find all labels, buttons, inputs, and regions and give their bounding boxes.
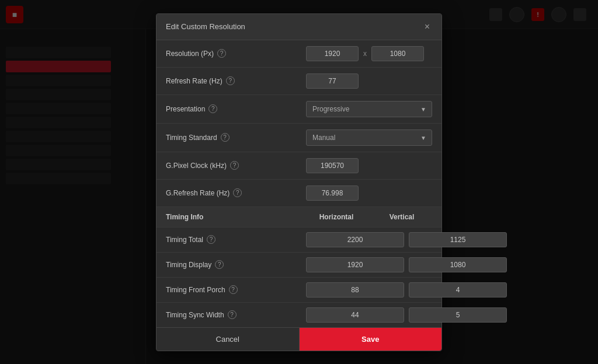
save-button[interactable]: Save — [300, 328, 442, 351]
timing-sync-width-help-icon[interactable]: ? — [228, 310, 237, 319]
pixel-clock-label: G.Pixel Clock (kHz) ? — [166, 161, 306, 170]
close-button[interactable]: × — [422, 21, 432, 33]
resolution-height-input[interactable] — [371, 46, 424, 61]
g-refresh-rate-help-icon[interactable]: ? — [233, 188, 242, 197]
timing-front-porch-inputs — [306, 282, 507, 298]
presentation-help-icon[interactable]: ? — [208, 104, 217, 113]
timing-front-porch-h-input[interactable] — [306, 282, 404, 298]
timing-standard-label: Timing Standard ? — [166, 133, 306, 142]
timing-sync-width-inputs — [306, 307, 507, 323]
resolution-help-icon[interactable]: ? — [217, 49, 226, 58]
timing-standard-select[interactable]: Manual CVT GTF — [306, 130, 432, 146]
timing-sync-width-h-input[interactable] — [306, 307, 404, 323]
refresh-rate-help-icon[interactable]: ? — [226, 76, 235, 85]
refresh-rate-label: Refresh Rate (Hz) ? — [166, 76, 306, 85]
presentation-row: Presentation ? Progressive Interlaced ▼ — [157, 95, 441, 124]
timing-front-porch-row: Timing Front Porch ? — [157, 278, 441, 303]
timing-sync-width-v-input[interactable] — [409, 307, 507, 323]
presentation-label: Presentation ? — [166, 104, 306, 113]
timing-info-label: Timing Info — [166, 213, 306, 221]
resolution-label: Resolution (Px) ? — [166, 49, 306, 58]
timing-horizontal-header: Horizontal — [306, 213, 367, 221]
modal-body: Resolution (Px) ? x Refresh Rate (Hz) ? … — [157, 40, 441, 327]
refresh-rate-input[interactable] — [306, 74, 359, 89]
modal-title: Edit Custom Resolution — [166, 22, 245, 31]
refresh-rate-content — [306, 74, 432, 89]
presentation-select[interactable]: Progressive Interlaced — [306, 101, 432, 117]
pixel-clock-help-icon[interactable]: ? — [230, 161, 239, 170]
timing-vertical-header: Vertical — [371, 213, 432, 221]
pixel-clock-content — [306, 158, 432, 173]
pixel-clock-input[interactable] — [306, 158, 359, 173]
resolution-row: Resolution (Px) ? x — [157, 40, 441, 68]
timing-display-v-input[interactable] — [409, 257, 507, 272]
timing-total-row: Timing Total ? — [157, 228, 441, 253]
timing-sync-width-label: Timing Sync Width ? — [166, 310, 306, 319]
timing-front-porch-help-icon[interactable]: ? — [229, 285, 238, 294]
timing-standard-help-icon[interactable]: ? — [221, 133, 230, 142]
timing-total-h-input[interactable] — [306, 232, 404, 247]
timing-display-help-icon[interactable]: ? — [215, 260, 224, 269]
timing-display-label: Timing Display ? — [166, 260, 306, 269]
refresh-rate-row: Refresh Rate (Hz) ? — [157, 68, 441, 95]
timing-total-help-icon[interactable]: ? — [207, 235, 215, 244]
resolution-content: x — [306, 46, 432, 61]
timing-sync-width-row: Timing Sync Width ? — [157, 303, 441, 327]
presentation-select-wrapper: Progressive Interlaced ▼ — [306, 101, 432, 117]
timing-info-header: Timing Info Horizontal Vertical — [157, 207, 441, 228]
timing-total-label: Timing Total ? — [166, 235, 306, 244]
timing-header-columns: Horizontal Vertical — [306, 213, 432, 221]
g-refresh-rate-content — [306, 186, 432, 201]
timing-total-inputs — [306, 232, 507, 247]
g-refresh-rate-input[interactable] — [306, 186, 359, 201]
cancel-button[interactable]: Cancel — [157, 328, 300, 351]
timing-front-porch-v-input[interactable] — [409, 282, 507, 298]
timing-display-row: Timing Display ? — [157, 253, 441, 278]
pixel-clock-row: G.Pixel Clock (kHz) ? — [157, 152, 441, 180]
presentation-content: Progressive Interlaced ▼ — [306, 101, 432, 117]
timing-standard-content: Manual CVT GTF ▼ — [306, 130, 432, 146]
timing-display-inputs — [306, 257, 507, 272]
modal-header: Edit Custom Resolution × — [157, 14, 441, 40]
timing-display-h-input[interactable] — [306, 257, 404, 272]
edit-custom-resolution-modal: Edit Custom Resolution × Resolution (Px)… — [156, 13, 442, 351]
modal-footer: Cancel Save — [157, 327, 441, 351]
timing-total-v-input[interactable] — [409, 232, 507, 247]
resolution-separator: x — [363, 50, 367, 58]
resolution-width-input[interactable] — [306, 46, 359, 61]
timing-standard-row: Timing Standard ? Manual CVT GTF ▼ — [157, 124, 441, 152]
timing-standard-select-wrapper: Manual CVT GTF ▼ — [306, 130, 432, 146]
timing-front-porch-label: Timing Front Porch ? — [166, 285, 306, 294]
g-refresh-rate-row: G.Refresh Rate (Hz) ? — [157, 180, 441, 207]
g-refresh-rate-label: G.Refresh Rate (Hz) ? — [166, 188, 306, 197]
